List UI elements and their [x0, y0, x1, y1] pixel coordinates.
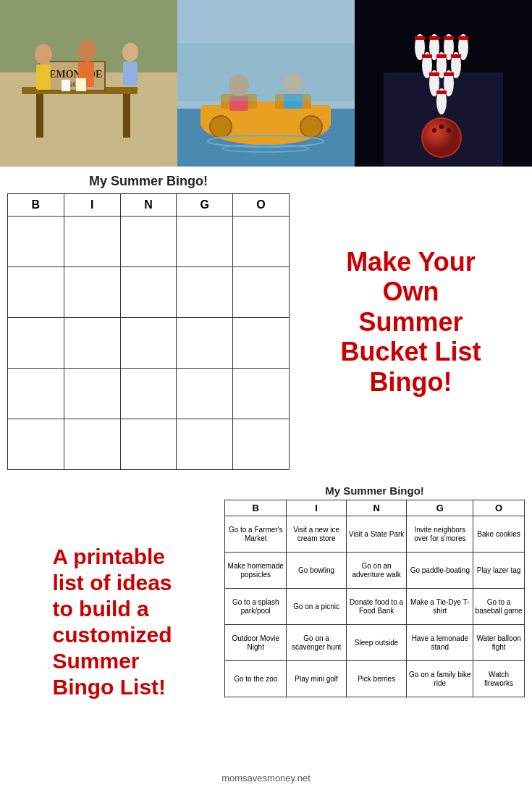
- svg-rect-44: [436, 54, 447, 58]
- table-row: [8, 369, 290, 419]
- table-row: [8, 267, 290, 318]
- footer-text: momsavesmoney.net: [221, 773, 311, 784]
- empty-cell: [64, 318, 120, 369]
- bingo-cell: Invite neighbors over for s'mores: [407, 516, 473, 553]
- bingo-cell: Go on a scavenger hunt: [287, 625, 346, 661]
- table-row: [8, 318, 290, 369]
- col-b-filled: B: [225, 500, 287, 516]
- footer: momsavesmoney.net: [0, 767, 532, 791]
- svg-rect-9: [36, 64, 51, 90]
- table-row: Go to a splash park/poolGo on a picnicDo…: [225, 589, 525, 625]
- empty-cell: [120, 318, 177, 369]
- empty-cell: [177, 419, 233, 470]
- empty-cell: [177, 217, 233, 267]
- empty-cell: [233, 267, 290, 318]
- make-title-text: Make Your Own Summer Bucket List Bingo!: [340, 247, 481, 397]
- bingo-cell: Go to a baseball game: [473, 589, 525, 625]
- svg-rect-52: [436, 91, 447, 94]
- svg-rect-50: [444, 72, 454, 76]
- bingo-cell: Visit a new ice cream store: [287, 516, 346, 553]
- empty-cell: [64, 369, 120, 419]
- filled-bingo-title: My Summer Bingo!: [224, 484, 525, 497]
- bingo-cell: Play lazer tag: [473, 553, 525, 589]
- empty-cell: [233, 419, 290, 470]
- col-i-filled: I: [287, 500, 346, 516]
- bingo-cell: Have a lemonade stand: [407, 625, 473, 661]
- bingo-empty-table: B I N G O: [7, 193, 290, 470]
- table-row: [8, 419, 290, 470]
- bingo-cell: Bake cookies: [473, 516, 525, 553]
- bingo-cell: Go to a splash park/pool: [225, 589, 287, 625]
- svg-rect-42: [422, 54, 432, 58]
- svg-rect-3: [36, 94, 43, 138]
- photo-bowling: [355, 0, 532, 167]
- bingo-cell: Go on a family bike ride: [407, 661, 473, 697]
- bingo-cell: Go on an adventure walk: [346, 553, 407, 589]
- svg-rect-40: [458, 36, 468, 40]
- col-n-filled: N: [346, 500, 407, 516]
- svg-point-8: [35, 44, 52, 64]
- empty-cell: [177, 318, 233, 369]
- svg-rect-15: [76, 78, 86, 91]
- svg-point-10: [77, 40, 96, 62]
- svg-rect-48: [429, 72, 439, 76]
- empty-cell: [120, 419, 177, 470]
- empty-cell: [120, 217, 177, 267]
- bingo-cell: Go on a picnic: [287, 589, 346, 625]
- svg-point-55: [432, 128, 436, 133]
- table-row: Outdoor Movie NightGo on a scavenger hun…: [225, 625, 525, 661]
- svg-point-12: [122, 43, 138, 62]
- empty-cell: [8, 217, 64, 267]
- table-row: Go to a Farmer's MarketVisit a new ice c…: [225, 516, 525, 553]
- empty-cell: [177, 267, 233, 318]
- empty-cell: [8, 419, 64, 470]
- empty-cell: [8, 318, 64, 369]
- printable-text-block: A printable list of ideas to build a cus…: [7, 484, 224, 760]
- bingo-cell: Make homemade popsicles: [225, 553, 287, 589]
- col-o: O: [233, 194, 290, 217]
- col-i: I: [64, 194, 120, 217]
- col-g-filled: G: [407, 500, 473, 516]
- bingo-cell: Play mini golf: [287, 661, 346, 697]
- svg-point-26: [210, 116, 232, 138]
- svg-point-27: [300, 116, 322, 138]
- bingo-cell: Make a Tie-Dye T-shirt: [407, 589, 473, 625]
- bingo-cell: Outdoor Movie Night: [225, 625, 287, 661]
- printable-description: A printable list of ideas to build a cus…: [52, 544, 172, 700]
- top-photos-section: LEMONADE 5¢: [0, 0, 532, 167]
- svg-point-56: [439, 125, 444, 129]
- bingo-cell: Go to a Farmer's Market: [225, 516, 287, 553]
- svg-rect-34: [415, 36, 425, 40]
- bottom-section: A printable list of ideas to build a cus…: [0, 477, 532, 767]
- bingo-cell: Watch fireworks: [473, 661, 525, 697]
- empty-cell: [64, 217, 120, 267]
- svg-rect-14: [62, 80, 70, 91]
- svg-rect-4: [123, 94, 130, 138]
- svg-rect-13: [123, 62, 138, 85]
- svg-point-54: [423, 119, 460, 156]
- filled-bingo-table: B I N G O Go to a Farmer's MarketVisit a…: [224, 500, 525, 697]
- photo-lemonade: LEMONADE 5¢: [0, 0, 177, 167]
- bingo-empty-card: My Summer Bingo! B I N G O: [7, 174, 297, 470]
- bingo-cell: Donate food to a Food Bank: [346, 589, 407, 625]
- svg-rect-36: [429, 36, 439, 40]
- table-row: [8, 217, 290, 267]
- col-n: N: [120, 194, 177, 217]
- bingo-cell: Pick berries: [346, 661, 407, 697]
- bingo-title-section: My Summer Bingo! B I N G O: [0, 167, 532, 477]
- svg-rect-30: [177, 43, 355, 101]
- col-b: B: [8, 194, 64, 217]
- make-your-own-title: Make Your Own Summer Bucket List Bingo!: [297, 174, 525, 470]
- empty-cell: [8, 369, 64, 419]
- svg-rect-38: [444, 36, 454, 40]
- empty-cell: [64, 267, 120, 318]
- bingo-cell: Water balloon fight: [473, 625, 525, 661]
- empty-cell: [177, 369, 233, 419]
- bingo-cell: Go bowling: [287, 553, 346, 589]
- empty-cell: [120, 369, 177, 419]
- svg-point-57: [447, 128, 451, 133]
- empty-cell: [233, 369, 290, 419]
- filled-bingo-card: My Summer Bingo! B I N G O Go to a Farme…: [224, 484, 525, 760]
- table-row: Make homemade popsiclesGo bowlingGo on a…: [225, 553, 525, 589]
- bingo-cell: Sleep outside: [346, 625, 407, 661]
